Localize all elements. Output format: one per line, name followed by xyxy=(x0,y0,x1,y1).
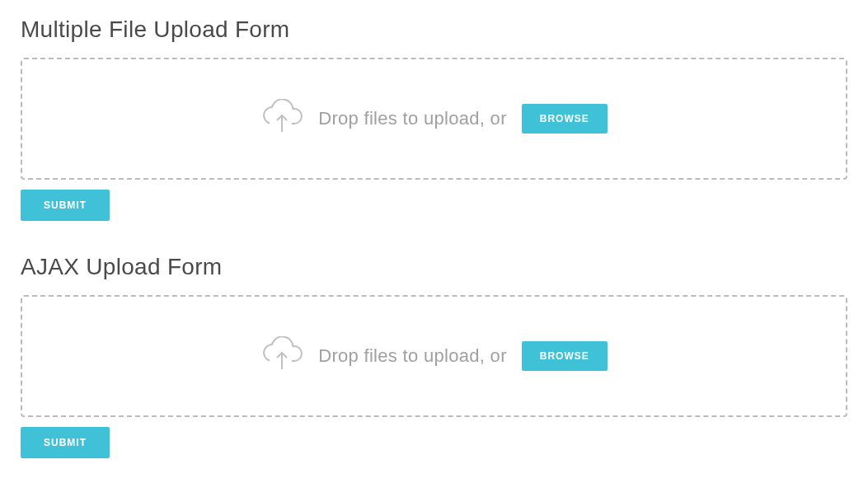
ajax-submit-button[interactable]: SUBMIT xyxy=(21,427,110,458)
multiple-file-upload-section: Multiple File Upload Form Drop files to … xyxy=(21,16,847,221)
ajax-upload-dropzone[interactable]: Drop files to upload, or BROWSE xyxy=(21,295,847,417)
multiple-browse-button[interactable]: BROWSE xyxy=(522,104,608,134)
ajax-drop-text: Drop files to upload, or xyxy=(318,345,507,367)
multiple-drop-text: Drop files to upload, or xyxy=(318,108,507,129)
cloud-upload-icon xyxy=(260,99,303,138)
cloud-upload-icon xyxy=(260,336,303,376)
multiple-upload-dropzone[interactable]: Drop files to upload, or BROWSE xyxy=(21,58,847,180)
multiple-submit-button[interactable]: SUBMIT xyxy=(21,190,110,221)
ajax-upload-title: AJAX Upload Form xyxy=(21,254,847,280)
ajax-upload-section: AJAX Upload Form Drop files to upload, o… xyxy=(21,254,847,458)
multiple-upload-title: Multiple File Upload Form xyxy=(21,16,847,43)
ajax-browse-button[interactable]: BROWSE xyxy=(522,341,608,371)
